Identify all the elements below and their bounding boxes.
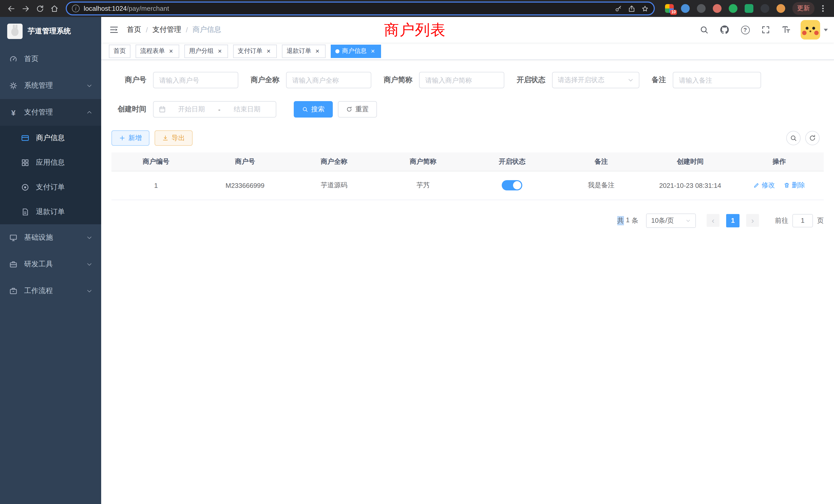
sidebar-item-label: 工作流程 [24, 287, 53, 296]
hamburger-icon[interactable] [101, 17, 127, 43]
date-range-picker[interactable]: 开始日期 - 结束日期 [153, 101, 276, 117]
user-menu[interactable] [800, 17, 828, 43]
browser-back-icon[interactable] [4, 1, 19, 16]
sidebar-item-home[interactable]: 首页 [0, 46, 101, 72]
next-page-button[interactable]: › [746, 214, 759, 227]
filter-create-time: 创建时间 开始日期 - 结束日期 [111, 101, 276, 117]
browser-reload-icon[interactable] [33, 1, 47, 16]
tab-home[interactable]: 首页 [109, 44, 130, 58]
sidebar-subitem-merchant-info[interactable]: 商户信息 [0, 126, 101, 151]
sidebar-item-label: 系统管理 [24, 81, 53, 90]
breadcrumb-separator: / [146, 26, 148, 34]
browser-menu-icon[interactable] [815, 1, 830, 16]
export-button[interactable]: 导出 [155, 130, 193, 146]
start-date-placeholder[interactable]: 开始日期 [168, 105, 215, 114]
page-number-1[interactable]: 1 [726, 214, 740, 227]
user-avatar[interactable] [800, 20, 820, 40]
font-size-icon[interactable] [776, 17, 796, 43]
pagination: 共 1 条 10条/页 ‹ 1 › 前往 页 [111, 213, 824, 228]
annotation-merchant-list: 商户列表 [384, 20, 446, 41]
sidebar-item-payment-management[interactable]: ¥ 支付管理 [0, 99, 101, 126]
short-name-label: 商户简称 [383, 75, 412, 85]
table-row: 1 M233666999 芋道源码 芋艿 我是备注 2021-10-23 08:… [111, 171, 824, 200]
refresh-icon[interactable] [805, 131, 820, 145]
card-icon [21, 134, 30, 143]
extension-icon-4[interactable] [713, 4, 722, 13]
close-icon[interactable]: × [369, 47, 376, 55]
extensions-puzzle-icon[interactable]: 10 [665, 4, 674, 13]
tab-process-form[interactable]: 流程表单× [136, 44, 179, 58]
navbar-tools: ? [694, 17, 834, 43]
tab-pay-order[interactable]: 支付订单× [233, 44, 277, 58]
extension-icon-3[interactable] [697, 4, 706, 13]
chevron-down-icon [86, 234, 92, 241]
close-icon[interactable]: × [314, 47, 321, 55]
extension-icon-6[interactable] [745, 4, 753, 13]
help-icon[interactable]: ? [735, 17, 755, 43]
bookmark-star-icon[interactable] [638, 2, 652, 15]
gear-icon [9, 81, 18, 90]
create-time-label: 创建时间 [111, 105, 146, 114]
close-icon[interactable]: × [168, 47, 175, 55]
remark-label: 备注 [652, 75, 666, 85]
goto-page-input[interactable] [792, 214, 813, 227]
end-date-placeholder[interactable]: 结束日期 [223, 105, 271, 114]
tab-label: 支付订单 [238, 47, 262, 55]
page-size-select[interactable]: 10条/页 [646, 213, 696, 228]
app-logo[interactable]: 芋道管理系统 [0, 17, 101, 46]
prev-page-button[interactable]: ‹ [707, 214, 720, 227]
sidebar-item-workflow[interactable]: 工作流程 [0, 278, 101, 304]
sidebar-item-infrastructure[interactable]: 基础设施 [0, 224, 101, 251]
reset-button[interactable]: 重置 [338, 101, 377, 117]
url-bar[interactable]: i localhost:1024/pay/merchant [66, 2, 655, 16]
extension-icon-2[interactable] [681, 4, 690, 13]
sidebar-item-dev-tools[interactable]: 研发工具 [0, 251, 101, 278]
breadcrumb-payment[interactable]: 支付管理 [153, 25, 181, 35]
sidebar-subitem-app-info[interactable]: 应用信息 [0, 151, 101, 175]
tab-refund-order[interactable]: 退款订单× [282, 44, 326, 58]
extension-icon-7[interactable] [761, 4, 769, 13]
table-toolbar: 新增 导出 [111, 130, 824, 146]
password-key-icon[interactable] [612, 2, 625, 15]
fullscreen-icon[interactable] [755, 17, 776, 43]
edit-link[interactable]: 修改 [753, 181, 775, 190]
delete-link-label: 删除 [792, 181, 805, 190]
share-icon[interactable] [625, 2, 638, 15]
cell-merchant-no: M233666999 [200, 171, 290, 200]
close-icon[interactable]: × [216, 47, 223, 55]
merchant-no-input[interactable] [153, 72, 238, 88]
sidebar-item-label: 退款订单 [36, 207, 65, 216]
sidebar-subitem-refund-order[interactable]: 退款订单 [0, 200, 101, 224]
browser-forward-icon[interactable] [19, 1, 33, 16]
site-info-icon[interactable]: i [72, 5, 80, 12]
search-icon[interactable] [694, 17, 714, 43]
target-icon [21, 183, 30, 192]
status-select-placeholder: 请选择开启状态 [558, 75, 605, 85]
cell-short-name: 芋艿 [378, 171, 467, 200]
full-name-input[interactable] [286, 72, 371, 88]
add-button[interactable]: 新增 [111, 130, 150, 146]
breadcrumb-home[interactable]: 首页 [127, 25, 141, 35]
tab-merchant-info[interactable]: 商户信息× [331, 44, 381, 58]
browser-profile-avatar[interactable] [776, 4, 785, 13]
remark-input[interactable] [673, 72, 761, 88]
filter-merchant-no: 商户号 [111, 72, 238, 88]
url-text: localhost:1024/pay/merchant [84, 5, 612, 12]
sidebar-subitem-pay-order[interactable]: 支付订单 [0, 175, 101, 200]
tab-user-group[interactable]: 用户分组× [184, 44, 228, 58]
toggle-search-icon[interactable] [786, 131, 800, 145]
sidebar-item-system-management[interactable]: 系统管理 [0, 72, 101, 99]
github-icon[interactable] [714, 17, 735, 43]
cell-full-name: 芋道源码 [290, 171, 379, 200]
extension-icon-5[interactable] [729, 4, 738, 13]
filter-row-1: 商户号 商户全称 商户简称 开启状态 请选择开启状态 [111, 72, 824, 88]
short-name-input[interactable] [419, 72, 504, 88]
close-icon[interactable]: × [265, 47, 272, 55]
browser-update-button[interactable]: 更新 [792, 2, 814, 15]
search-button[interactable]: 搜索 [294, 101, 333, 117]
status-select[interactable]: 请选择开启状态 [552, 72, 639, 88]
status-toggle[interactable] [502, 180, 522, 190]
delete-link[interactable]: 删除 [784, 181, 805, 190]
total-count: 1 [626, 216, 630, 225]
browser-home-icon[interactable] [47, 1, 62, 16]
